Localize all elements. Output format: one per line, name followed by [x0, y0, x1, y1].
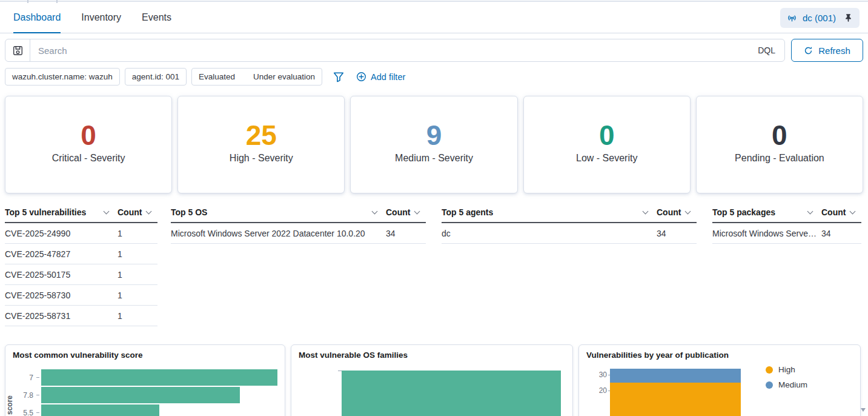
column-header-count[interactable]: Count: [821, 207, 861, 217]
bar-segment-medium[interactable]: [610, 369, 741, 383]
agent-selector-badge[interactable]: dc (001): [780, 8, 860, 28]
table-top5-packages: Top 5 packages Count Microsoft Windows S…: [712, 204, 861, 244]
legend-item-high[interactable]: High: [766, 365, 807, 374]
medium-count: 9: [426, 121, 442, 150]
tab-inventory[interactable]: Inventory: [81, 2, 121, 33]
tab-events[interactable]: Events: [142, 2, 171, 33]
axis-tick: [36, 395, 39, 395]
pin-icon[interactable]: [844, 13, 853, 22]
filter-chip-cluster[interactable]: wazuh.cluster.name: wazuh: [5, 68, 120, 86]
pending-label: Pending - Evaluation: [735, 153, 824, 164]
severity-cards-row: 0 Critical - Severity 25 High - Severity…: [5, 96, 863, 193]
bar-os-family[interactable]: [342, 371, 561, 416]
legend-item-medium[interactable]: Medium: [766, 380, 807, 389]
low-label: Low - Severity: [576, 153, 637, 164]
plus-circle-icon: [356, 72, 366, 82]
stat-card-high[interactable]: 25 High - Severity: [177, 96, 345, 193]
add-filter-button[interactable]: Add filter: [356, 72, 405, 82]
table-top5-vulnerabilities: Top 5 vulnerabilities Count CVE-2025-249…: [5, 204, 157, 326]
column-header-count[interactable]: Count: [118, 207, 157, 217]
module-tab-bar: Dashboard Inventory Events dc (001): [0, 2, 868, 33]
add-filter-label: Add filter: [371, 72, 405, 82]
y-tick-label: 7.8: [13, 391, 33, 400]
chevron-down-icon: [146, 208, 152, 214]
y-tick-label: 20: [594, 386, 607, 395]
chart-legend: High Medium: [766, 365, 807, 395]
search-box: DQL: [5, 39, 785, 62]
chart-title: Most common vulnerability score: [13, 351, 277, 360]
toggle-under-evaluation[interactable]: Under evaluation: [253, 72, 315, 81]
legend-label: Medium: [778, 380, 807, 389]
stat-card-low[interactable]: 0 Low - Severity: [523, 96, 691, 193]
toggle-evaluated[interactable]: Evaluated: [199, 72, 235, 81]
bar-segment-high[interactable]: [610, 383, 741, 416]
table-row[interactable]: CVE-2025-47827 1: [5, 244, 157, 264]
table-row[interactable]: Microsoft Windows Server 2022 Datacenter…: [712, 223, 861, 244]
column-header-count[interactable]: Count: [657, 207, 697, 217]
chevron-down-icon: [850, 208, 856, 214]
axis-tick: [36, 412, 39, 413]
stat-card-pending[interactable]: 0 Pending - Evaluation: [696, 96, 863, 193]
panel-year-of-publication-chart: Vulnerabilities by year of publication 3…: [578, 344, 861, 416]
agent-name-label: dc (001): [803, 13, 836, 23]
legend-label: High: [778, 365, 795, 374]
pending-count: 0: [772, 121, 787, 150]
medium-label: Medium - Severity: [395, 153, 473, 164]
chevron-down-icon: [104, 208, 110, 214]
column-header-packages[interactable]: Top 5 packages: [712, 207, 821, 217]
refresh-icon: [804, 46, 813, 55]
critical-count: 0: [81, 121, 96, 150]
chevron-down-icon: [643, 208, 649, 214]
bar-score-7[interactable]: [41, 369, 277, 386]
filter-bar: wazuh.cluster.name: wazuh agent.id: 001 …: [5, 68, 863, 86]
table-top5-agents: Top 5 agents Count dc 34: [442, 204, 697, 244]
y-tick-label: 7: [13, 374, 33, 382]
y-tick-label: 5.5: [13, 409, 33, 416]
y-axis-title: score: [5, 395, 14, 415]
legend-dot-high: [766, 366, 773, 374]
bar-score-5-5[interactable]: [41, 404, 159, 416]
table-row[interactable]: CVE-2025-24990 1: [5, 223, 157, 244]
save-icon: [13, 45, 23, 56]
table-row[interactable]: CVE-2025-58730 1: [5, 285, 157, 306]
table-row[interactable]: CVE-2025-50175 1: [5, 264, 157, 285]
scrollbar-down-arrow[interactable]: [861, 408, 866, 412]
stat-card-medium[interactable]: 9 Medium - Severity: [350, 96, 517, 193]
evaluation-filter-group: Evaluated Under evaluation: [191, 68, 322, 86]
panel-os-families-chart: Most vulnerable OS families: [291, 344, 573, 416]
critical-label: Critical - Severity: [52, 153, 125, 164]
horizontal-bar-chart: 7 7.8 5.5: [13, 369, 277, 416]
panel-vulnerability-score-chart: Most common vulnerability score score 7 …: [5, 344, 285, 416]
refresh-button[interactable]: Refresh: [791, 39, 863, 62]
column-header-count[interactable]: Count: [386, 207, 426, 217]
column-header-os[interactable]: Top 5 OS: [171, 207, 386, 217]
filter-funnel-icon[interactable]: [333, 72, 344, 82]
legend-dot-medium: [766, 381, 773, 389]
bar-score-7-8[interactable]: [41, 387, 240, 403]
table-row[interactable]: CVE-2025-58731 1: [5, 306, 157, 326]
chevron-down-icon: [372, 208, 378, 214]
y-tick-label: 30: [594, 371, 607, 379]
table-row[interactable]: dc 34: [442, 223, 697, 244]
filter-chip-agent-id[interactable]: agent.id: 001: [125, 68, 187, 86]
tab-dashboard[interactable]: Dashboard: [13, 2, 61, 33]
table-row[interactable]: Microsoft Windows Server 2022 Datacenter…: [171, 223, 426, 244]
high-count: 25: [246, 121, 277, 150]
chevron-down-icon: [414, 208, 420, 214]
chart-title: Vulnerabilities by year of publication: [586, 351, 853, 360]
stacked-bar[interactable]: [610, 369, 741, 416]
stat-card-critical[interactable]: 0 Critical - Severity: [5, 96, 172, 193]
refresh-label: Refresh: [818, 45, 850, 56]
high-label: High - Severity: [230, 153, 293, 164]
wazuh-vulnerability-dashboard: Dashboard Inventory Events dc (001): [0, 0, 868, 416]
column-header-agents[interactable]: Top 5 agents: [442, 207, 657, 217]
query-language-toggle[interactable]: DQL: [749, 45, 784, 55]
axis-tick: [36, 377, 39, 378]
column-header-vulnerabilities[interactable]: Top 5 vulnerabilities: [5, 207, 118, 217]
save-query-button[interactable]: [5, 39, 30, 61]
table-top5-os: Top 5 OS Count Microsoft Windows Server …: [171, 204, 426, 244]
low-count: 0: [599, 121, 615, 150]
chart-title: Most vulnerable OS families: [299, 351, 565, 360]
chevron-down-icon: [807, 208, 813, 214]
search-input[interactable]: [30, 45, 749, 56]
